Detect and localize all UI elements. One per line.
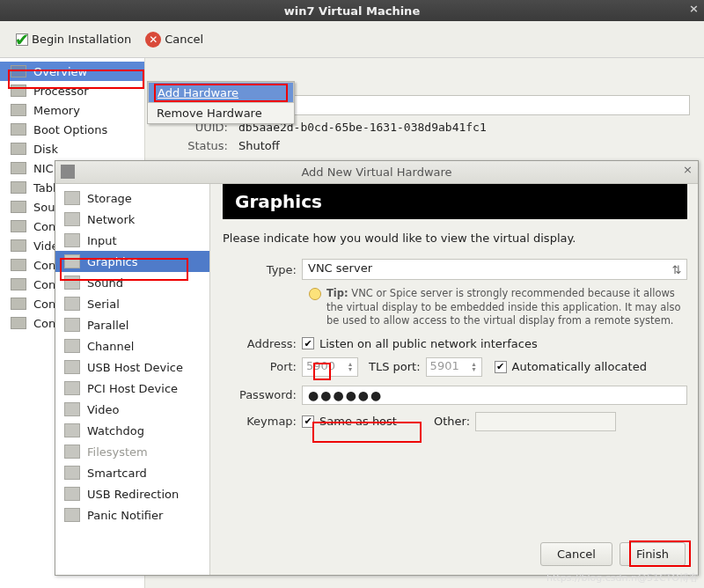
spinner-icon: ▴▾: [344, 358, 356, 376]
dlg-side-usb-redir[interactable]: USB Redirection: [55, 483, 209, 504]
keymap-checkbox[interactable]: ✔: [302, 415, 314, 428]
dlg-side-label: Channel: [87, 340, 134, 353]
cancel-icon: ✕: [145, 32, 161, 48]
dlg-side-serial[interactable]: Serial: [55, 293, 209, 314]
cancel-button[interactable]: ✕ Cancel: [140, 28, 209, 51]
dlg-side-panic[interactable]: Panic Notifier: [55, 504, 209, 526]
toolbar: ✔ Begin Installation ✕ Cancel: [0, 21, 704, 58]
dlg-side-label: Filesystem: [87, 445, 148, 459]
tls-port-input[interactable]: 5901▴▾: [426, 357, 482, 377]
dlg-side-filesystem: Filesystem: [55, 441, 209, 462]
disk-icon: [11, 143, 26, 155]
sidebar-item-disk[interactable]: Disk: [0, 139, 144, 158]
sidebar-item-memory[interactable]: Memory: [0, 100, 144, 120]
tip-body: VNC or Spice server is strongly recommen…: [326, 287, 681, 327]
controller-icon: [11, 278, 26, 290]
auto-label: Automatically allocated: [512, 360, 647, 373]
storage-icon: [64, 191, 80, 205]
dialog-close-icon[interactable]: ×: [683, 163, 693, 176]
tip-bold: Tip:: [326, 287, 348, 299]
boot-icon: [11, 123, 26, 136]
keymap-label: Keymap:: [223, 415, 297, 428]
sidebar-item-label: Boot Options: [33, 123, 107, 136]
auto-checkbox[interactable]: ✔: [495, 361, 507, 373]
sidebar-item-label: Processor: [33, 85, 89, 98]
network-icon: [64, 212, 80, 226]
status-value: Shutoff: [238, 139, 280, 152]
dlg-side-graphics[interactable]: Graphics: [55, 251, 209, 272]
sidebar-item-label: Overview: [33, 65, 87, 78]
nic-icon: [11, 162, 26, 174]
sidebar-item-processor[interactable]: Processor: [0, 81, 144, 100]
dlg-side-watchdog[interactable]: Watchdog: [55, 420, 209, 441]
dlg-side-input[interactable]: Input: [55, 230, 209, 251]
watermark: https://blog.csdn.n@51CTO博客: [546, 571, 699, 584]
name-input[interactable]: [238, 95, 690, 115]
sidebar-item-label: Tabl: [33, 181, 56, 195]
dlg-side-label: Video: [87, 403, 119, 416]
usb-icon: [64, 360, 80, 374]
address-checkbox[interactable]: ✔: [302, 337, 314, 349]
menu-add-hardware[interactable]: Add Hardware: [148, 82, 294, 103]
parallel-icon: [64, 318, 80, 332]
dlg-side-usb-host[interactable]: USB Host Device: [55, 356, 209, 378]
port-value: 5900: [306, 359, 335, 372]
type-select[interactable]: VNC server ⇅: [302, 259, 687, 280]
dlg-side-label: Parallel: [87, 319, 128, 332]
password-label: Password:: [223, 388, 297, 401]
address-check-label: Listen on all public network interfaces: [319, 337, 538, 350]
keymap-other-label: Other:: [434, 415, 470, 428]
sidebar-item-label: Memory: [33, 104, 80, 117]
dlg-side-label: Smartcard: [87, 467, 147, 480]
channel-icon: [64, 339, 80, 353]
tls-label: TLS port:: [369, 360, 421, 373]
updown-icon: ⇅: [671, 260, 683, 279]
folder-icon: [64, 445, 80, 459]
controller-icon: [11, 317, 26, 329]
dlg-side-pci-host[interactable]: PCI Host Device: [55, 378, 209, 399]
dlg-side-smartcard[interactable]: Smartcard: [55, 462, 209, 483]
window-title: win7 Virtual Machine: [284, 4, 420, 18]
spinner-icon: ▴▾: [468, 358, 480, 376]
keymap-other-input[interactable]: [475, 412, 616, 431]
video-icon: [11, 239, 26, 252]
type-label: Type:: [223, 263, 297, 276]
sidebar-item-label: Sou: [33, 201, 55, 214]
add-hardware-dialog: Add New Virtual Hardware × Storage Netwo…: [55, 160, 699, 576]
dlg-side-storage[interactable]: Storage: [55, 187, 209, 209]
controller-icon: [11, 298, 26, 310]
dlg-side-label: Panic Notifier: [87, 509, 163, 522]
sidebar-item-boot[interactable]: Boot Options: [0, 120, 144, 139]
bulb-icon: [309, 288, 321, 300]
check-icon: ✔: [16, 33, 28, 46]
dlg-side-label: Serial: [87, 298, 120, 311]
type-value: VNC server: [308, 261, 372, 275]
graphics-icon: [64, 254, 80, 268]
dialog-cancel-button[interactable]: Cancel: [540, 542, 612, 566]
input-icon: [64, 233, 80, 247]
port-input[interactable]: 5900▴▾: [302, 357, 358, 377]
keymap-check-label: Same as host: [319, 415, 397, 428]
sidebar-item-label: Disk: [33, 143, 58, 156]
dialog-finish-button[interactable]: Finish: [620, 542, 686, 566]
menu-remove-hardware[interactable]: Remove Hardware: [148, 103, 294, 123]
dlg-side-channel[interactable]: Channel: [55, 335, 209, 356]
dlg-side-parallel[interactable]: Parallel: [55, 314, 209, 335]
dialog-intro: Please indicate how you would like to vi…: [223, 232, 687, 245]
dlg-side-label: Input: [87, 234, 117, 247]
sidebar-item-label: Con: [33, 317, 55, 330]
memory-icon: [11, 104, 26, 116]
begin-installation-button[interactable]: ✔ Begin Installation: [11, 29, 136, 49]
password-input[interactable]: ●●●●●●: [302, 386, 687, 405]
dialog-icon: [61, 165, 75, 179]
console-icon: [11, 220, 26, 232]
dlg-side-sound[interactable]: Sound: [55, 272, 209, 293]
tip-text: Tip: VNC or Spice server is strongly rec…: [309, 287, 687, 328]
dlg-side-network[interactable]: Network: [55, 209, 209, 230]
controller-icon: [11, 259, 26, 271]
dlg-side-video[interactable]: Video: [55, 399, 209, 420]
sidebar-item-overview[interactable]: Overview: [0, 62, 144, 81]
close-icon[interactable]: ×: [689, 2, 699, 15]
address-label: Address:: [223, 337, 297, 350]
context-menu: Add Hardware Remove Hardware: [147, 81, 295, 124]
